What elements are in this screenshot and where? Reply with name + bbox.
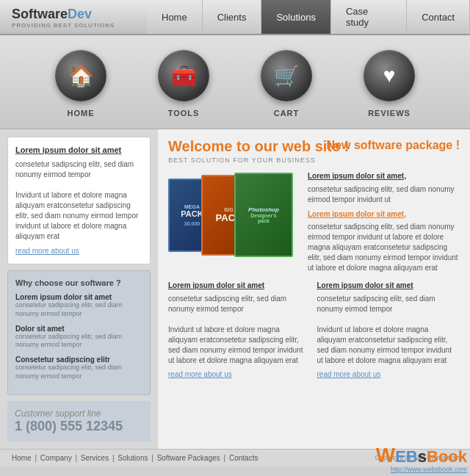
- cart-icon: 🛒: [261, 50, 312, 101]
- wb-book: Book: [427, 447, 467, 466]
- why-item-2: Dolor sit amet consetetur sadipscing eli…: [15, 325, 142, 350]
- header: SoftwareDev Providing Best Solutions Hom…: [0, 0, 470, 35]
- footer-link-contacts[interactable]: Contacts: [229, 454, 258, 462]
- sidebar-card-1-text: consetetur sadipscing elitr, sed diam no…: [15, 160, 134, 178]
- main: Lorem ipsum dolor sit amet consetetur sa…: [0, 129, 470, 449]
- lower-title-1: Lorem ipsum dolor sit amet: [168, 281, 311, 291]
- logo-area: SoftwareDev Providing Best Solutions: [0, 0, 147, 34]
- photoshop-box[interactable]: Photoshop Designer'spack: [234, 173, 293, 257]
- icon-cart[interactable]: 🛒 CART: [261, 50, 312, 118]
- home-icon: 🏠: [55, 50, 106, 101]
- support-number: 1 (800) 555 12345: [15, 419, 143, 434]
- lower-block-2: Lorem ipsum dolor sit amet consetetur sa…: [317, 281, 460, 380]
- nav-casestudy[interactable]: Case study: [331, 0, 407, 34]
- why-title-2: Dolor sit amet: [15, 325, 142, 333]
- why-item-3: Consetetur sadipscing elitr consetetur s…: [15, 356, 142, 381]
- nav-home[interactable]: Home: [147, 0, 203, 34]
- best-sol-label: Best Solution For Your Business: [168, 156, 460, 164]
- lower-read-more-2[interactable]: read more about us: [317, 369, 460, 380]
- wb-url[interactable]: http://www.websbook.com: [376, 466, 467, 473]
- product-boxes: MEGA PACK 30.000 BIG PACK Photoshop: [168, 171, 300, 259]
- desc-body: consetetur sadipscing elitr, sed diam no…: [308, 223, 458, 272]
- footer-link-solutions[interactable]: Solutions: [118, 454, 148, 462]
- nav: Home Clients Solutions Case study Contac…: [147, 0, 470, 34]
- icon-reviews[interactable]: ♥ REVIEWS: [364, 50, 415, 118]
- icon-reviews-label: REVIEWS: [368, 109, 411, 118]
- sidebar-card-1-body: Invidunt ut labore et dolore magna aliqu…: [15, 191, 138, 240]
- why-text-2: consetetur sadipscing elitr, sed diam no…: [15, 333, 142, 350]
- content-area: Welcome to our web site ! New software p…: [158, 129, 470, 449]
- footer-link-packages[interactable]: Software Packages: [157, 454, 220, 462]
- lower-text-2: consetetur sadipscing elitr, sed diam no…: [317, 295, 452, 364]
- desc-orange: Lorem ipsum dolor sit amet,: [308, 209, 460, 220]
- welcome-bar: Welcome to our web site ! New software p…: [168, 138, 460, 164]
- icon-tools-label: TOOLS: [168, 109, 200, 118]
- why-title-3: Consetetur sadipscing elitr: [15, 356, 142, 364]
- why-item-1: Lorem ipsum dolor sit amet consetetur sa…: [15, 293, 142, 318]
- icon-home[interactable]: 🏠 HOME: [55, 50, 106, 118]
- why-title: Why choose our software ?: [15, 278, 142, 287]
- icon-tools[interactable]: 🧰 TOOLS: [158, 50, 209, 118]
- content-description: Lorem ipsum dolor sit amet, consetetur s…: [308, 171, 460, 273]
- sidebar-card-1-title[interactable]: Lorem ipsum dolor sit amet: [15, 145, 142, 156]
- icon-section: 🏠 HOME 🧰 TOOLS 🛒 CART ♥ REVIEWS: [0, 35, 470, 129]
- sidebar-read-more-1[interactable]: read more about us: [15, 246, 142, 256]
- logo-title: SoftwareDev: [12, 5, 147, 22]
- sidebar-card-1: Lorem ipsum dolor sit amet consetetur sa…: [7, 137, 151, 264]
- welcome-rest: to our web site !: [232, 138, 349, 154]
- welcome-colored: Welcome: [168, 138, 232, 154]
- support-title: Customer support line: [15, 408, 143, 419]
- product-area: MEGA PACK 30.000 BIG PACK Photoshop: [168, 171, 460, 273]
- footer-link-home[interactable]: Home: [12, 454, 32, 462]
- desc-title: Lorem ipsum dolor sit amet,: [308, 171, 460, 181]
- wb-logo: WEBsBook: [376, 445, 467, 466]
- nav-contact[interactable]: Contact: [407, 0, 470, 34]
- nav-clients[interactable]: Clients: [203, 0, 262, 34]
- support-bar: Customer support line 1 (800) 555 12345: [7, 401, 151, 441]
- footer-link-services[interactable]: Services: [81, 454, 109, 462]
- watermark: WEBsBook http://www.websbook.com: [376, 445, 467, 473]
- lower-text-1: consetetur sadipscing elitr, sed diam no…: [168, 295, 303, 364]
- why-text-1: consetetur sadipscing elitr, sed diam no…: [15, 301, 142, 318]
- icon-home-label: HOME: [68, 109, 95, 118]
- content-lower: Lorem ipsum dolor sit amet consetetur sa…: [168, 281, 460, 380]
- desc-text: consetetur sadipscing elitr, sed diam no…: [308, 185, 455, 203]
- why-title-1: Lorem ipsum dolor sit amet: [15, 293, 142, 301]
- tools-icon: 🧰: [158, 50, 209, 101]
- why-text-3: consetetur sadipscing elitr, sed diam no…: [15, 364, 142, 381]
- lower-block-1: Lorem ipsum dolor sit amet consetetur sa…: [168, 281, 311, 380]
- logo-sw: Software: [12, 7, 68, 21]
- sidebar: Lorem ipsum dolor sit amet consetetur sa…: [0, 129, 158, 449]
- wb-w: W: [376, 444, 395, 466]
- footer-link-company[interactable]: Company: [40, 454, 72, 462]
- nav-solutions[interactable]: Solutions: [261, 0, 330, 34]
- icon-cart-label: CART: [274, 109, 300, 118]
- lower-read-more-1[interactable]: read more about us: [168, 369, 311, 380]
- reviews-icon: ♥: [364, 50, 415, 101]
- welcome-heading: Welcome to our web site !: [168, 138, 349, 154]
- logo-subtitle: Providing Best Solutions: [12, 22, 147, 29]
- wb-s: s: [418, 447, 427, 466]
- footer-links: Home | Company | Services | Solutions | …: [10, 454, 259, 462]
- wb-eb: EB: [395, 447, 418, 466]
- sidebar-why: Why choose our software ? Lorem ipsum do…: [7, 270, 151, 394]
- lower-title-2: Lorem ipsum dolor sit amet: [317, 281, 460, 291]
